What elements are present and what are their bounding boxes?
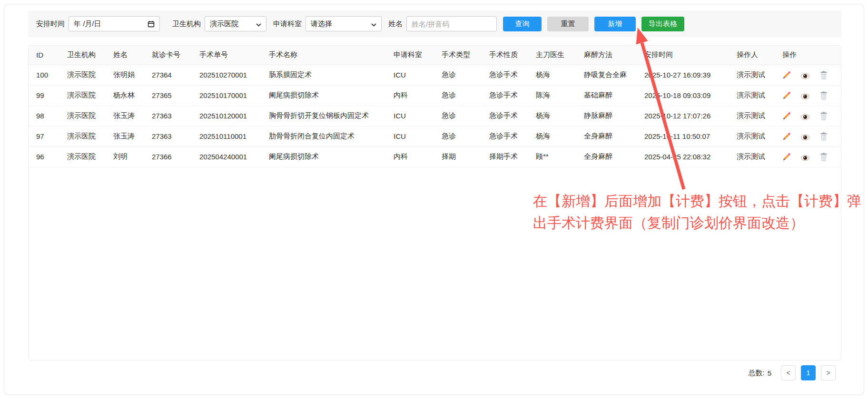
page-1-button[interactable]: 1 [801, 365, 816, 380]
cell-schedule-time: 2025-10-11 10:50:07 [637, 126, 729, 146]
reset-button[interactable]: 重置 [547, 17, 589, 31]
annotation-note: 在【新增】后面增加【计费】按钮，点击【计费】弹出手术计费界面（复制门诊划价界面改… [533, 190, 866, 234]
chevron-down-icon [256, 20, 261, 28]
cell-surgery-name: 阑尾病损切除术 [261, 85, 386, 106]
column-header: 操作人 [729, 46, 775, 65]
cell-dept: ICU [386, 106, 434, 126]
cell-org: 演示医院 [59, 106, 106, 126]
column-header: 卫生机构 [59, 46, 106, 65]
cell-surgery-nature: 急诊手术 [482, 126, 528, 146]
cell-card-no: 27366 [144, 146, 192, 167]
delete-trash-icon[interactable] [819, 153, 828, 161]
dept-select-value: 请选择 [311, 19, 332, 29]
cell-surgeon: 杨海 [528, 65, 576, 85]
edit-pencil-icon[interactable] [782, 153, 791, 161]
cell-anesthesia: 静脉麻醉 [576, 106, 637, 126]
search-button[interactable]: 查询 [503, 17, 542, 31]
cell-patient-name: 张明娟 [106, 65, 144, 85]
cell-dept: ICU [386, 126, 434, 146]
cell-card-no: 27363 [144, 106, 192, 126]
cell-org: 演示医院 [59, 85, 106, 106]
column-header: 姓名 [106, 46, 144, 65]
cell-surgery-name: 肋骨骨折闭合复位内固定术 [261, 126, 386, 146]
surgery-table: ID卫生机构姓名就诊卡号手术单号手术名称申请科室手术类型手术性质主刀医生麻醉方法… [29, 46, 841, 167]
cell-operator: 演示测试 [729, 106, 775, 126]
table-row: 96 演示医院 刘明 27366 202504240001 阑尾病损切除术 内科… [29, 146, 841, 167]
cell-operator: 演示测试 [729, 65, 775, 85]
cell-surgery-nature: 急诊手术 [482, 106, 528, 126]
cell-surgery-nature: 择期手术 [482, 146, 528, 167]
edit-pencil-icon[interactable] [782, 71, 791, 79]
view-eye-icon[interactable] [801, 112, 809, 120]
table-row: 98 演示医院 张玉涛 27363 202510120001 胸骨骨折切开复位钢… [29, 106, 841, 126]
cell-anesthesia: 全身麻醉 [576, 146, 637, 167]
column-header: 就诊卡号 [144, 46, 192, 65]
table-row: 100 演示医院 张明娟 27364 202510270001 肠系膜固定术 I… [29, 65, 841, 85]
cell-card-no: 27364 [144, 65, 192, 85]
cell-surgery-no: 202510120001 [192, 106, 261, 126]
cell-anesthesia: 基础麻醉 [576, 85, 637, 106]
cell-schedule-time: 2025-10-18 09:03:09 [637, 85, 729, 106]
cell-patient-name: 张玉涛 [106, 126, 144, 146]
delete-trash-icon[interactable] [819, 71, 828, 79]
total-count-label: 总数: [748, 369, 764, 378]
cell-actions [775, 85, 841, 106]
dept-filter-label: 申请科室 [273, 19, 302, 29]
name-search-input[interactable] [406, 16, 497, 31]
cell-actions [775, 146, 841, 167]
cell-surgery-no: 202510170001 [192, 85, 261, 106]
cell-dept: 内科 [386, 146, 434, 167]
view-eye-icon[interactable] [801, 132, 809, 141]
org-select-value: 演示医院 [210, 19, 238, 29]
cell-surgery-type: 择期 [434, 146, 482, 167]
cell-schedule-time: 2025-10-27 16:09:39 [637, 65, 729, 85]
cell-surgery-no: 202504240001 [192, 146, 261, 167]
cell-surgery-name: 阑尾病损切除术 [261, 146, 386, 167]
date-input[interactable]: 年 /月/日 [69, 16, 160, 31]
cell-surgery-nature: 急诊手术 [482, 65, 528, 85]
column-header: ID [29, 46, 59, 65]
cell-surgery-nature: 急诊手术 [482, 85, 528, 106]
cell-id: 98 [29, 106, 59, 126]
column-header: 操作 [775, 46, 841, 65]
edit-pencil-icon[interactable] [782, 112, 791, 120]
table-row: 99 演示医院 杨永林 27365 202510170001 阑尾病损切除术 内… [29, 85, 841, 106]
column-header: 主刀医生 [528, 46, 576, 65]
delete-trash-icon[interactable] [819, 112, 828, 120]
delete-trash-icon[interactable] [819, 91, 828, 100]
cell-surgeon: 陈海 [528, 85, 576, 106]
cell-anesthesia: 全身麻醉 [576, 126, 637, 146]
cell-id: 100 [29, 65, 59, 85]
column-header: 安排时间 [637, 46, 729, 65]
total-count-value: 5 [768, 369, 771, 377]
column-header: 手术名称 [261, 46, 386, 65]
cell-dept: 内科 [386, 85, 434, 106]
next-page-button[interactable]: > [821, 365, 836, 380]
prev-page-button[interactable]: < [781, 365, 796, 380]
cell-operator: 演示测试 [729, 126, 775, 146]
cell-surgeon: 顾** [528, 146, 576, 167]
delete-trash-icon[interactable] [819, 132, 828, 141]
cell-surgeon: 杨海 [528, 106, 576, 126]
view-eye-icon[interactable] [801, 91, 809, 100]
cell-card-no: 27363 [144, 126, 192, 146]
cell-surgery-name: 肠系膜固定术 [261, 65, 386, 85]
add-button[interactable]: 新增 [594, 17, 636, 31]
dept-select[interactable]: 请选择 [306, 16, 382, 31]
column-header: 手术单号 [192, 46, 261, 65]
cell-surgery-no: 202510270001 [192, 65, 261, 85]
calendar-icon[interactable] [148, 20, 155, 28]
org-select[interactable]: 演示医院 [205, 16, 266, 31]
filter-toolbar: 安排时间 年 /月/日 卫生机构 演示医院 申请科室 请选择 姓名 查询 重置 … [28, 10, 841, 37]
view-eye-icon[interactable] [801, 153, 809, 161]
cell-operator: 演示测试 [729, 146, 775, 167]
cell-surgery-no: 202510110001 [192, 126, 261, 146]
cell-operator: 演示测试 [729, 85, 775, 106]
column-header: 手术性质 [482, 46, 528, 65]
cell-schedule-time: 2025-10-12 17:07:26 [637, 106, 729, 126]
date-input-value: 年 /月/日 [74, 19, 101, 29]
view-eye-icon[interactable] [801, 71, 809, 79]
edit-pencil-icon[interactable] [782, 132, 791, 141]
edit-pencil-icon[interactable] [782, 91, 791, 100]
export-button[interactable]: 导出表格 [641, 17, 684, 31]
